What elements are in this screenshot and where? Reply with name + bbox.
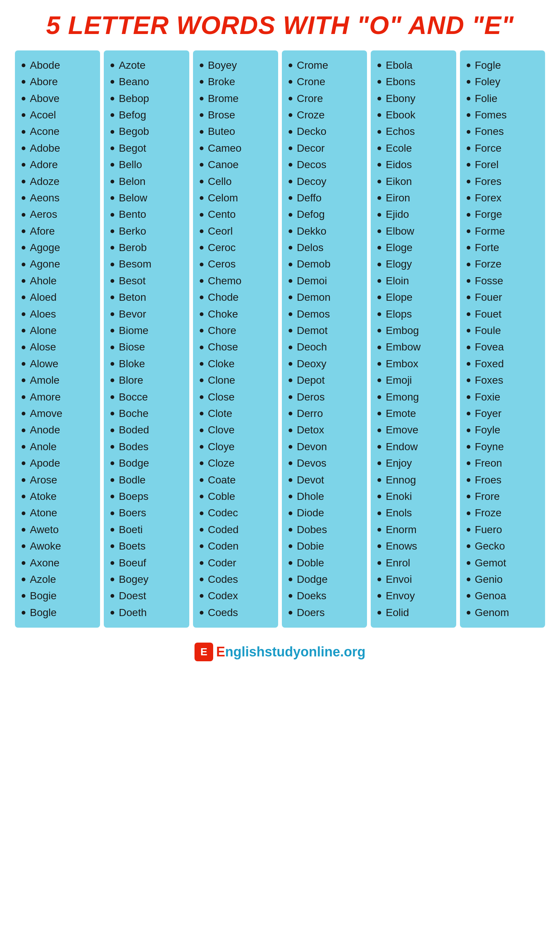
word-text: Decor [297,142,325,155]
word-text: Envoy [386,589,415,603]
list-item: Decko [289,123,363,140]
bullet-icon [289,345,292,349]
list-item: Anode [22,422,96,438]
list-item: Abode [22,57,96,74]
bullet-icon [289,378,292,382]
word-text: Froze [475,506,502,520]
list-item: Chode [200,289,274,305]
list-item: Coeds [200,604,274,621]
word-text: Clone [208,374,235,387]
bullet-icon [22,97,25,100]
list-item: Devon [289,439,363,455]
bullet-icon [289,395,292,399]
word-text: Deffo [297,191,322,205]
list-item: Clone [200,372,274,388]
list-item: Demoi [289,273,363,289]
word-text: Elbow [386,225,414,238]
word-text: Dhole [297,490,324,503]
bullet-icon [22,378,25,382]
bullet-icon [200,213,203,217]
list-item: Doeth [111,604,185,621]
list-item: Cloze [200,455,274,472]
bullet-icon [377,130,381,134]
list-item: Alowe [22,356,96,372]
bullet-icon [377,230,381,233]
bullet-icon [289,213,292,217]
list-item: Azole [22,571,96,588]
column-2: AzoteBeanoBebopBefogBegobBegotBelloBelon… [104,51,189,628]
word-text: Atone [30,506,57,520]
bullet-icon [22,196,25,200]
list-item: Forte [467,239,542,256]
list-item: Eidos [377,157,452,173]
word-text: Aeros [30,208,57,221]
list-item: Cloke [200,356,274,372]
list-item: Bodge [111,455,185,472]
list-item: Foxed [467,356,542,372]
list-item: Alone [22,322,96,339]
list-item: Fouer [467,289,542,305]
bullet-icon [467,312,471,316]
word-text: Blore [119,374,143,387]
bullet-icon [289,528,292,532]
bullet-icon [111,461,114,465]
list-item: Boded [111,422,185,438]
bullet-icon [111,528,114,532]
word-text: Eolid [386,606,409,620]
list-item: Boeuf [111,555,185,571]
list-item: Boeti [111,521,185,538]
list-item: Alose [22,339,96,355]
word-text: Begot [119,142,146,155]
word-text: Doest [119,589,146,603]
list-item: Awoke [22,538,96,555]
bullet-icon [377,163,381,166]
list-item: Adoze [22,173,96,190]
bullet-icon [289,146,292,150]
footer-logo: E Englishstudyonline.org [194,643,366,661]
word-text: Cello [208,175,232,188]
word-text: Bevor [119,307,146,321]
bullet-icon [289,445,292,449]
list-item: Azote [111,57,185,74]
word-text: Ebola [386,59,412,72]
word-text: Berob [119,241,147,254]
bullet-icon [22,63,25,67]
list-item: Genom [467,604,542,621]
word-text: Ebons [386,75,415,89]
list-item: Forex [467,190,542,206]
bullet-icon [22,495,25,498]
column-3: BoyeyBrokeBromeBroseButeoCameoCanoeCello… [193,51,278,628]
word-text: Codec [208,506,238,520]
list-item: Enorm [377,521,452,538]
word-text: Delos [297,241,324,254]
list-item: Besot [111,273,185,289]
bullet-icon [377,279,381,283]
word-text: Derro [297,407,323,420]
bullet-icon [22,428,25,432]
bullet-icon [111,345,114,349]
word-text: Amove [30,407,62,420]
word-text: Deoch [297,341,327,354]
bullet-icon [467,296,471,299]
list-item: Ebons [377,74,452,90]
word-text: Foule [475,324,501,338]
word-text: Besom [119,257,151,271]
list-item: Genio [467,571,542,588]
bullet-icon [289,312,292,316]
bullet-icon [200,461,203,465]
bullet-icon [22,329,25,333]
bullet-icon [111,412,114,415]
word-text: Devon [297,440,327,453]
word-text: Froes [475,473,502,487]
word-text: Bogie [30,589,57,603]
bullet-icon [377,196,381,200]
word-text: Fovea [475,341,504,354]
list-item: Biome [111,322,185,339]
word-text: Ceorl [208,225,233,238]
bullet-icon [467,461,471,465]
list-item: Eloin [377,273,452,289]
word-text: Ahole [30,274,57,288]
list-item: Ecole [377,140,452,157]
list-item: Foule [467,322,542,339]
word-text: Eikon [386,175,412,188]
